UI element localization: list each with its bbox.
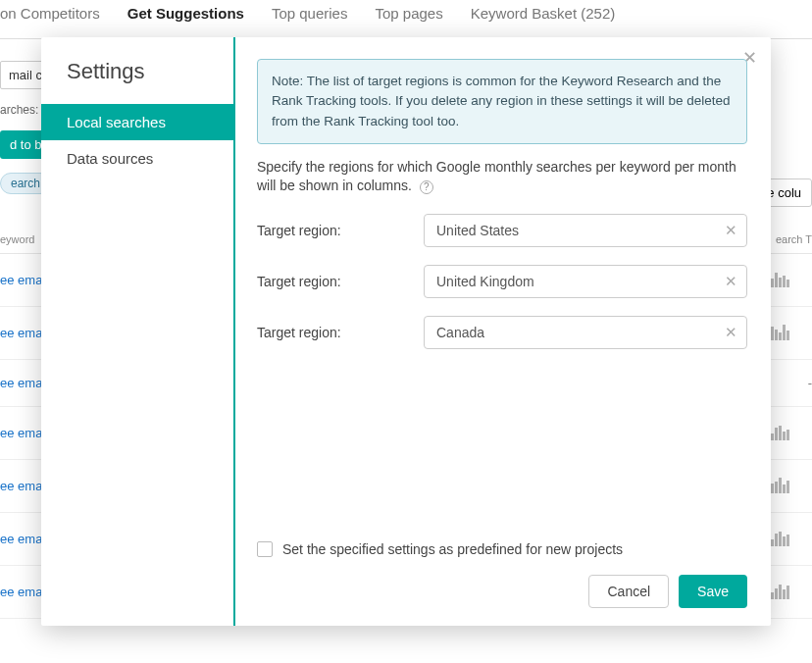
keyword-link[interactable]: ee ema <box>0 326 42 340</box>
keyword-link[interactable]: ee ema <box>0 532 42 546</box>
target-region-input[interactable] <box>424 265 747 298</box>
target-region-input[interactable] <box>424 316 747 349</box>
modal-title: Settings <box>41 59 233 104</box>
help-icon[interactable]: ? <box>420 180 433 194</box>
target-region-label: Target region: <box>257 325 424 340</box>
tab-keyword-basket[interactable]: Keyword Basket (252) <box>471 5 616 22</box>
sidebar-item-local-searches[interactable]: Local searches <box>41 104 233 140</box>
save-button[interactable]: Save <box>679 575 747 608</box>
tab-top-pages[interactable]: Top pages <box>375 5 442 22</box>
clear-icon[interactable]: ✕ <box>725 222 737 239</box>
target-region-input[interactable] <box>424 214 747 247</box>
predefined-checkbox-label: Set the specified settings as predefined… <box>282 541 623 557</box>
keyword-link[interactable]: ee ema <box>0 273 42 287</box>
tab-competitors[interactable]: on Competitors <box>0 5 100 22</box>
keyword-link[interactable]: ee ema <box>0 376 42 390</box>
cancel-button[interactable]: Cancel <box>588 575 669 608</box>
predefined-checkbox[interactable] <box>257 541 273 557</box>
keyword-link[interactable]: ee ema <box>0 426 42 440</box>
target-region-label: Target region: <box>257 223 424 238</box>
sidebar-item-data-sources[interactable]: Data sources <box>41 140 233 177</box>
keyword-link[interactable]: ee ema <box>0 479 42 493</box>
info-note: Note: The list of target regions is comm… <box>257 59 747 144</box>
clear-icon[interactable]: ✕ <box>725 324 737 341</box>
target-region-label: Target region: <box>257 274 424 289</box>
tab-top-queries[interactable]: Top queries <box>272 5 348 22</box>
tab-get-suggestions[interactable]: Get Suggestions <box>127 5 244 22</box>
description-text: Specify the regions for which Google mon… <box>257 158 747 196</box>
clear-icon[interactable]: ✕ <box>725 273 737 290</box>
settings-modal: ✕ Settings Local searches Data sources N… <box>41 37 771 626</box>
